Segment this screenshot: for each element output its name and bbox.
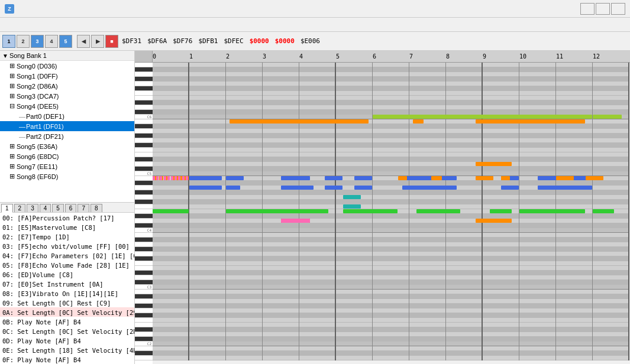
tree-item-part0[interactable]: — Part0 (DEF1) [0, 111, 134, 121]
note-block[interactable] [373, 115, 592, 119]
event-row[interactable]: 04: [F7]Echo Parameters [02] [1E] [02] [0, 251, 134, 260]
piano-key-A6[interactable] [135, 72, 153, 77]
tree-item-song6[interactable]: ⊞ Song6 (E8DC) [0, 151, 134, 161]
piano-key-Gs4[interactable] [135, 190, 153, 195]
piano-key-F6[interactable] [135, 91, 153, 96]
tree-item-part1[interactable]: — Part1 (DF01) [0, 121, 134, 131]
event-row[interactable]: 07: [E0]Set Instrument [0A] [0, 279, 134, 288]
event-row[interactable]: 0D: Play Note [AF] B4 [0, 336, 134, 345]
event-row[interactable]: 06: [ED]Volume [C8] [0, 269, 134, 279]
piano-key-C4[interactable]: C4 [135, 228, 153, 233]
piano-key-Fs3[interactable] [135, 256, 153, 261]
piano-key-B5[interactable] [135, 119, 153, 124]
note-block[interactable] [593, 115, 622, 119]
piano-grid-container[interactable] [153, 63, 630, 364]
event-row[interactable]: 02: [E7]Tempo [1D] [0, 232, 134, 241]
tree-item-song3[interactable]: ⊞ Song3 (DCA7) [0, 91, 134, 101]
note-block[interactable] [354, 186, 372, 190]
note-block[interactable] [416, 209, 460, 213]
tree-item-part2[interactable]: — Part2 (DF21) [0, 131, 134, 141]
event-row[interactable]: 03: [F5]echo vbit/volume [FF] [00] [00] [0, 241, 134, 251]
tab-6[interactable]: 6 [65, 204, 77, 212]
piano-key-As2[interactable] [135, 294, 153, 299]
tab-4[interactable]: 4 [40, 204, 51, 212]
piano-key-D6[interactable] [135, 105, 153, 110]
tool-button-5[interactable]: 5 [59, 35, 72, 48]
note-block[interactable] [182, 176, 185, 180]
note-block[interactable] [153, 209, 189, 213]
tree-item-song2[interactable]: ⊞ Song2 (D86A) [0, 81, 134, 91]
note-block[interactable] [153, 176, 155, 180]
piano-key-As6[interactable] [135, 67, 153, 72]
note-block[interactable] [354, 176, 372, 180]
tree-item-song0[interactable]: ⊞ Song0 (D036) [0, 61, 134, 71]
note-block[interactable] [476, 176, 493, 180]
piano-key-As1[interactable] [135, 351, 153, 356]
note-block[interactable] [476, 162, 512, 166]
piano-key-A4[interactable] [135, 186, 153, 190]
note-block[interactable] [402, 176, 457, 180]
tree-item-song4[interactable]: ⊟ Song4 (DEE5) [0, 101, 134, 111]
note-block[interactable] [476, 219, 512, 223]
event-row[interactable]: 0E: Set Length [18] Set Velocity [4B] [0, 345, 134, 355]
event-row[interactable]: 09: Set Length [0C] Rest [C9] [0, 298, 134, 307]
piano-key-A5[interactable] [135, 129, 153, 134]
note-block[interactable] [556, 176, 574, 180]
piano-key-A3[interactable] [135, 242, 153, 247]
event-row[interactable]: 0B: Play Note [AF] B4 [0, 317, 134, 326]
note-block[interactable] [175, 176, 177, 180]
event-row[interactable]: 01: [E5]Mastervolume [C8] [0, 222, 134, 232]
piano-key-Ds5[interactable] [135, 157, 153, 162]
piano-key-F4[interactable] [135, 204, 153, 209]
piano-key-A1[interactable] [135, 356, 153, 360]
note-block[interactable] [189, 176, 222, 180]
piano-key-Fs5[interactable] [135, 143, 153, 148]
note-block[interactable] [431, 176, 442, 180]
note-block[interactable] [186, 176, 188, 180]
note-block[interactable] [281, 176, 310, 180]
piano-key-E2[interactable] [135, 323, 153, 327]
menu-edit[interactable] [12, 24, 21, 26]
piano-key-E6[interactable] [135, 96, 153, 100]
tab-5[interactable]: 5 [52, 204, 64, 212]
tool-button-3[interactable]: 3 [31, 35, 44, 48]
tool-stop[interactable]: ■ [105, 35, 118, 48]
tree-item-song8[interactable]: ⊞ Song8 (EF6D) [0, 171, 134, 181]
piano-key-C2[interactable]: C2 [135, 342, 153, 346]
piano-key-F2[interactable] [135, 318, 153, 323]
piano-key-C3[interactable]: C3 [135, 285, 153, 290]
event-row[interactable]: 05: [F8]Echo Volume Fade [28] [1E] [1E] [0, 260, 134, 269]
note-block[interactable] [325, 186, 343, 190]
note-block[interactable] [398, 176, 407, 180]
menu-file[interactable] [2, 24, 12, 26]
note-block[interactable] [178, 176, 180, 180]
tool-next[interactable]: ▶ [91, 35, 104, 48]
note-block[interactable] [343, 204, 361, 209]
tree-item-song1[interactable]: ⊞ Song1 (D0FF) [0, 71, 134, 81]
tab-3[interactable]: 3 [27, 204, 38, 212]
piano-key-A2[interactable] [135, 299, 153, 304]
piano-key-Ds4[interactable] [135, 214, 153, 219]
tab-8[interactable]: 8 [91, 204, 102, 212]
piano-key-G5[interactable] [135, 138, 153, 143]
tab-7[interactable]: 7 [77, 204, 89, 212]
note-block[interactable] [189, 186, 222, 190]
piano-key-Ds2[interactable] [135, 327, 153, 332]
maximize-button[interactable] [596, 3, 610, 15]
note-block[interactable] [167, 176, 170, 180]
note-block[interactable] [156, 176, 159, 180]
piano-key-C5[interactable]: C5 [135, 171, 153, 176]
note-block[interactable] [402, 186, 457, 190]
piano-key-E3[interactable] [135, 266, 153, 271]
minimize-button[interactable] [580, 3, 595, 15]
note-block[interactable] [226, 186, 240, 190]
piano-key-Ds6[interactable] [135, 100, 153, 105]
piano-key-F5[interactable] [135, 148, 153, 152]
piano-key-Fs6[interactable] [135, 86, 153, 91]
event-row[interactable]: 00: [FA]Percussion Patch? [17] [0, 213, 134, 222]
event-list[interactable]: 00: [FA]Percussion Patch? [17]01: [E5]Ma… [0, 213, 134, 364]
piano-key-Fs4[interactable] [135, 200, 153, 204]
tool-prev[interactable]: ◀ [77, 35, 90, 48]
note-block[interactable] [476, 119, 585, 124]
piano-key-As4[interactable] [135, 181, 153, 186]
